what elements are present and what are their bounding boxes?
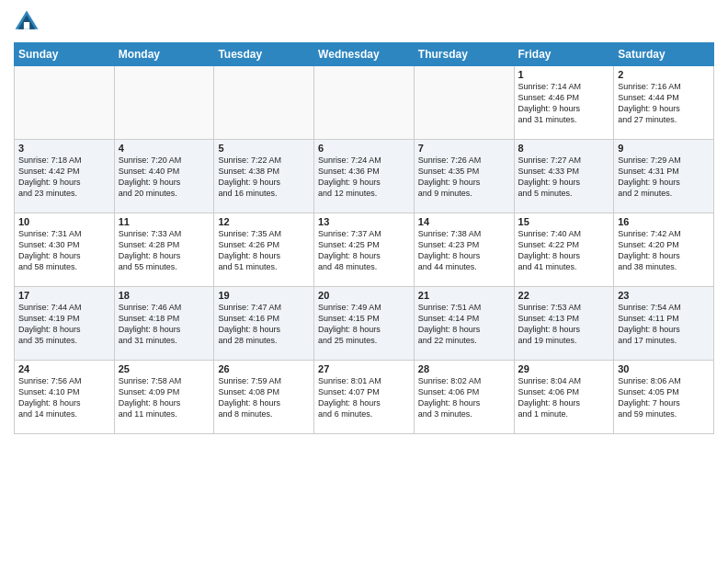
day-number: 26 xyxy=(218,363,310,374)
day-number: 13 xyxy=(318,216,410,227)
calendar-cell: 29Sunrise: 8:04 AM Sunset: 4:06 PM Dayli… xyxy=(514,361,614,434)
day-info: Sunrise: 7:31 AM Sunset: 4:30 PM Dayligh… xyxy=(18,228,110,273)
day-info: Sunrise: 7:59 AM Sunset: 4:08 PM Dayligh… xyxy=(218,375,310,420)
day-number: 14 xyxy=(418,216,510,227)
calendar-table: SundayMondayTuesdayWednesdayThursdayFrid… xyxy=(14,42,714,434)
calendar-header-row: SundayMondayTuesdayWednesdayThursdayFrid… xyxy=(15,43,714,66)
day-info: Sunrise: 7:27 AM Sunset: 4:33 PM Dayligh… xyxy=(518,155,610,200)
day-info: Sunrise: 7:26 AM Sunset: 4:35 PM Dayligh… xyxy=(418,155,510,200)
calendar-week-4: 17Sunrise: 7:44 AM Sunset: 4:19 PM Dayli… xyxy=(15,287,714,361)
day-info: Sunrise: 8:04 AM Sunset: 4:06 PM Dayligh… xyxy=(518,375,610,420)
day-info: Sunrise: 7:22 AM Sunset: 4:38 PM Dayligh… xyxy=(218,155,310,200)
calendar-header-saturday: Saturday xyxy=(614,43,714,66)
calendar-cell: 9Sunrise: 7:29 AM Sunset: 4:31 PM Daylig… xyxy=(614,140,714,213)
day-number: 9 xyxy=(618,143,710,154)
calendar-cell: 13Sunrise: 7:37 AM Sunset: 4:25 PM Dayli… xyxy=(314,213,415,287)
day-info: Sunrise: 7:53 AM Sunset: 4:13 PM Dayligh… xyxy=(518,302,610,347)
calendar-cell: 17Sunrise: 7:44 AM Sunset: 4:19 PM Dayli… xyxy=(15,287,115,361)
day-number: 7 xyxy=(418,143,510,154)
calendar-cell: 16Sunrise: 7:42 AM Sunset: 4:20 PM Dayli… xyxy=(614,213,714,287)
day-number: 28 xyxy=(418,363,510,374)
day-number: 25 xyxy=(119,363,210,374)
day-info: Sunrise: 7:42 AM Sunset: 4:20 PM Dayligh… xyxy=(618,228,710,273)
calendar-header-friday: Friday xyxy=(514,43,614,66)
day-number: 15 xyxy=(518,216,610,227)
day-number: 30 xyxy=(618,363,710,374)
day-info: Sunrise: 7:37 AM Sunset: 4:25 PM Dayligh… xyxy=(318,228,410,273)
day-info: Sunrise: 7:14 AM Sunset: 4:46 PM Dayligh… xyxy=(518,81,610,126)
calendar-cell: 3Sunrise: 7:18 AM Sunset: 4:42 PM Daylig… xyxy=(15,140,115,213)
calendar-week-1: 1Sunrise: 7:14 AM Sunset: 4:46 PM Daylig… xyxy=(15,66,714,140)
day-info: Sunrise: 7:54 AM Sunset: 4:11 PM Dayligh… xyxy=(618,302,710,347)
calendar-cell xyxy=(414,66,514,140)
calendar-cell: 30Sunrise: 8:06 AM Sunset: 4:05 PM Dayli… xyxy=(614,361,714,434)
calendar-week-2: 3Sunrise: 7:18 AM Sunset: 4:42 PM Daylig… xyxy=(15,140,714,213)
calendar-cell: 1Sunrise: 7:14 AM Sunset: 4:46 PM Daylig… xyxy=(514,66,614,140)
calendar-cell: 23Sunrise: 7:54 AM Sunset: 4:11 PM Dayli… xyxy=(614,287,714,361)
day-info: Sunrise: 7:24 AM Sunset: 4:36 PM Dayligh… xyxy=(318,155,410,200)
calendar-cell xyxy=(15,66,115,140)
day-info: Sunrise: 7:38 AM Sunset: 4:23 PM Dayligh… xyxy=(418,228,510,273)
calendar-cell: 11Sunrise: 7:33 AM Sunset: 4:28 PM Dayli… xyxy=(114,213,214,287)
calendar-cell xyxy=(214,66,314,140)
page-container: SundayMondayTuesdayWednesdayThursdayFrid… xyxy=(0,0,728,443)
day-number: 23 xyxy=(618,290,710,301)
logo-icon xyxy=(14,9,40,35)
calendar-header-sunday: Sunday xyxy=(15,43,115,66)
calendar-cell: 2Sunrise: 7:16 AM Sunset: 4:44 PM Daylig… xyxy=(614,66,714,140)
day-number: 17 xyxy=(18,290,110,301)
calendar-cell: 27Sunrise: 8:01 AM Sunset: 4:07 PM Dayli… xyxy=(314,361,415,434)
day-info: Sunrise: 7:20 AM Sunset: 4:40 PM Dayligh… xyxy=(119,155,210,200)
day-info: Sunrise: 7:49 AM Sunset: 4:15 PM Dayligh… xyxy=(318,302,410,347)
calendar-cell: 28Sunrise: 8:02 AM Sunset: 4:06 PM Dayli… xyxy=(414,361,514,434)
calendar-cell: 5Sunrise: 7:22 AM Sunset: 4:38 PM Daylig… xyxy=(214,140,314,213)
day-number: 20 xyxy=(318,290,410,301)
day-info: Sunrise: 7:58 AM Sunset: 4:09 PM Dayligh… xyxy=(119,375,210,420)
calendar-cell: 4Sunrise: 7:20 AM Sunset: 4:40 PM Daylig… xyxy=(114,140,214,213)
calendar-cell: 6Sunrise: 7:24 AM Sunset: 4:36 PM Daylig… xyxy=(314,140,415,213)
calendar-cell: 26Sunrise: 7:59 AM Sunset: 4:08 PM Dayli… xyxy=(214,361,314,434)
day-number: 27 xyxy=(318,363,410,374)
day-info: Sunrise: 8:02 AM Sunset: 4:06 PM Dayligh… xyxy=(418,375,510,420)
calendar-header-wednesday: Wednesday xyxy=(314,43,415,66)
day-info: Sunrise: 7:56 AM Sunset: 4:10 PM Dayligh… xyxy=(18,375,110,420)
day-number: 4 xyxy=(119,143,210,154)
day-number: 12 xyxy=(218,216,310,227)
logo xyxy=(14,9,42,35)
day-info: Sunrise: 8:01 AM Sunset: 4:07 PM Dayligh… xyxy=(318,375,410,420)
calendar-cell: 18Sunrise: 7:46 AM Sunset: 4:18 PM Dayli… xyxy=(114,287,214,361)
page-header xyxy=(14,9,714,35)
day-info: Sunrise: 7:29 AM Sunset: 4:31 PM Dayligh… xyxy=(618,155,710,200)
calendar-cell: 7Sunrise: 7:26 AM Sunset: 4:35 PM Daylig… xyxy=(414,140,514,213)
day-info: Sunrise: 7:35 AM Sunset: 4:26 PM Dayligh… xyxy=(218,228,310,273)
day-info: Sunrise: 7:33 AM Sunset: 4:28 PM Dayligh… xyxy=(119,228,210,273)
calendar-cell: 12Sunrise: 7:35 AM Sunset: 4:26 PM Dayli… xyxy=(214,213,314,287)
day-number: 24 xyxy=(18,363,110,374)
calendar-header-tuesday: Tuesday xyxy=(214,43,314,66)
day-number: 6 xyxy=(318,143,410,154)
calendar-cell: 25Sunrise: 7:58 AM Sunset: 4:09 PM Dayli… xyxy=(114,361,214,434)
svg-rect-2 xyxy=(24,22,29,29)
day-number: 2 xyxy=(618,69,710,80)
calendar-cell: 15Sunrise: 7:40 AM Sunset: 4:22 PM Dayli… xyxy=(514,213,614,287)
day-info: Sunrise: 7:47 AM Sunset: 4:16 PM Dayligh… xyxy=(218,302,310,347)
calendar-cell: 21Sunrise: 7:51 AM Sunset: 4:14 PM Dayli… xyxy=(414,287,514,361)
day-info: Sunrise: 8:06 AM Sunset: 4:05 PM Dayligh… xyxy=(618,375,710,420)
calendar-cell xyxy=(314,66,415,140)
day-info: Sunrise: 7:40 AM Sunset: 4:22 PM Dayligh… xyxy=(518,228,610,273)
calendar-cell: 8Sunrise: 7:27 AM Sunset: 4:33 PM Daylig… xyxy=(514,140,614,213)
calendar-cell: 19Sunrise: 7:47 AM Sunset: 4:16 PM Dayli… xyxy=(214,287,314,361)
calendar-cell xyxy=(114,66,214,140)
calendar-cell: 14Sunrise: 7:38 AM Sunset: 4:23 PM Dayli… xyxy=(414,213,514,287)
calendar-cell: 10Sunrise: 7:31 AM Sunset: 4:30 PM Dayli… xyxy=(15,213,115,287)
day-info: Sunrise: 7:18 AM Sunset: 4:42 PM Dayligh… xyxy=(18,155,110,200)
day-number: 10 xyxy=(18,216,110,227)
day-number: 18 xyxy=(119,290,210,301)
calendar-header-thursday: Thursday xyxy=(414,43,514,66)
day-number: 21 xyxy=(418,290,510,301)
day-number: 16 xyxy=(618,216,710,227)
calendar-cell: 24Sunrise: 7:56 AM Sunset: 4:10 PM Dayli… xyxy=(15,361,115,434)
day-info: Sunrise: 7:46 AM Sunset: 4:18 PM Dayligh… xyxy=(119,302,210,347)
day-number: 3 xyxy=(18,143,110,154)
calendar-header-monday: Monday xyxy=(114,43,214,66)
